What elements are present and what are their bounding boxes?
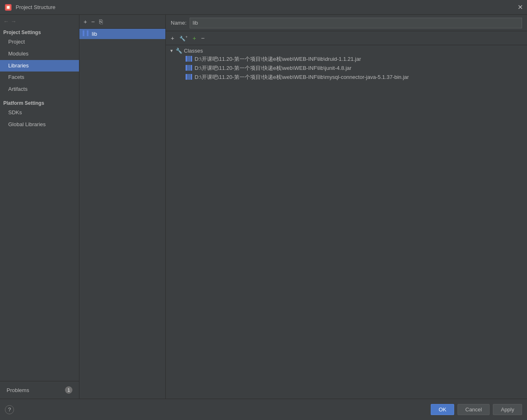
detail-add-button[interactable]: + xyxy=(169,34,176,42)
ok-button[interactable]: OK xyxy=(431,404,454,415)
sidebar-item-project[interactable]: Project xyxy=(0,36,79,48)
cancel-button[interactable]: Cancel xyxy=(457,404,490,415)
detail-panel: Name: + 🔧+ + − xyxy=(166,15,527,399)
tree-item-mysql-label: D:\开课吧\11.20-第一个项目\快递e栈\web\WEB-INF\lib\… xyxy=(195,74,409,81)
tree-root-classes[interactable]: ▼ 🔧 Classes xyxy=(166,47,527,55)
name-label: Name: xyxy=(171,20,186,26)
remove-library-button[interactable]: − xyxy=(90,18,97,25)
classes-icon: 🔧 xyxy=(176,48,182,54)
problems-badge: 1 xyxy=(65,386,72,394)
svg-rect-4 xyxy=(85,30,86,36)
tree-item-junit-label: D:\开课吧\11.20-第一个项目\快递e栈\web\WEB-INF\lib\… xyxy=(195,65,351,72)
sidebar-item-artifacts[interactable]: Artifacts xyxy=(0,83,79,95)
bottom-bar: ? OK Cancel Apply xyxy=(0,399,527,420)
copy-library-button[interactable]: ⎘ xyxy=(98,18,104,25)
tree-item-junit[interactable]: D:\开课吧\11.20-第一个项目\快递e栈\web\WEB-INF\lib\… xyxy=(182,64,527,73)
name-input[interactable] xyxy=(190,18,522,28)
libs-toolbar: + − ⎘ xyxy=(79,15,165,29)
nav-arrows: ← → xyxy=(0,16,79,28)
tree-item-druid[interactable]: D:\开课吧\11.20-第一个项目\快递e栈\web\WEB-INF\lib\… xyxy=(182,55,527,64)
svg-rect-3 xyxy=(83,30,84,36)
sidebar-item-sdks[interactable]: SDKs xyxy=(0,107,79,119)
help-button[interactable]: ? xyxy=(5,405,14,414)
app-logo xyxy=(4,3,12,12)
title-bar: Project Structure ✕ xyxy=(0,0,527,15)
apply-button[interactable]: Apply xyxy=(493,404,522,415)
tree-expand-arrow: ▼ xyxy=(169,48,174,53)
library-icon xyxy=(83,30,89,37)
tree-item-druid-label: D:\开课吧\11.20-第一个项目\快递e栈\web\WEB-INF\lib\… xyxy=(195,55,361,63)
sidebar: ← → Project Settings Project Modules Lib… xyxy=(0,15,79,399)
libraries-list-panel: + − ⎘ lib xyxy=(79,15,166,399)
svg-rect-12 xyxy=(186,74,188,80)
sidebar-item-libraries[interactable]: Libraries xyxy=(0,60,79,72)
svg-rect-8 xyxy=(190,56,192,62)
tree-children: D:\开课吧\11.20-第一个项目\快递e栈\web\WEB-INF\lib\… xyxy=(166,55,527,82)
detail-toolbar: + 🔧+ + − xyxy=(166,31,527,45)
nav-forward-button[interactable]: → xyxy=(11,18,16,25)
detail-add-special-button[interactable]: 🔧+ xyxy=(178,34,189,42)
libs-list: lib xyxy=(79,29,165,399)
dialog-title: Project Structure xyxy=(16,4,56,10)
svg-rect-10 xyxy=(188,65,190,71)
svg-rect-6 xyxy=(186,56,188,62)
jar-icon-junit xyxy=(186,65,192,72)
sidebar-item-modules[interactable]: Modules xyxy=(0,48,79,60)
svg-rect-14 xyxy=(190,74,192,80)
add-library-button[interactable]: + xyxy=(82,18,89,25)
svg-rect-7 xyxy=(188,56,190,62)
detail-remove-button[interactable]: − xyxy=(200,34,207,42)
svg-rect-9 xyxy=(186,65,188,71)
sidebar-item-global-libraries[interactable]: Global Libraries xyxy=(0,119,79,131)
svg-rect-2 xyxy=(7,6,9,9)
close-button[interactable]: ✕ xyxy=(518,4,523,11)
platform-settings-label: Platform Settings xyxy=(0,99,79,107)
detail-add-green-button[interactable]: + xyxy=(191,34,198,42)
problems-item[interactable]: Problems 1 xyxy=(3,385,76,395)
project-settings-label: Project Settings xyxy=(0,28,79,36)
library-item-label: lib xyxy=(92,31,97,37)
svg-rect-11 xyxy=(190,65,192,71)
problems-label: Problems xyxy=(7,387,29,393)
jar-icon-mysql xyxy=(186,74,192,81)
classes-label: Classes xyxy=(184,48,203,54)
detail-content: ▼ 🔧 Classes D:\开课吧\11. xyxy=(166,45,527,399)
jar-icon-druid xyxy=(186,56,192,62)
nav-back-button[interactable]: ← xyxy=(3,18,9,25)
svg-rect-5 xyxy=(87,30,88,36)
name-row: Name: xyxy=(166,15,527,31)
tree-item-mysql[interactable]: D:\开课吧\11.20-第一个项目\快递e栈\web\WEB-INF\lib\… xyxy=(182,73,527,82)
sidebar-item-facets[interactable]: Facets xyxy=(0,72,79,83)
svg-rect-13 xyxy=(188,74,190,80)
library-item-lib[interactable]: lib xyxy=(79,29,165,39)
